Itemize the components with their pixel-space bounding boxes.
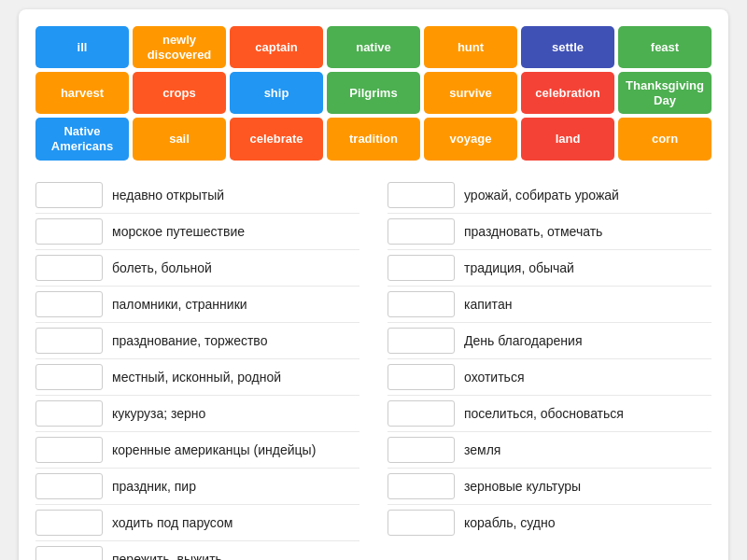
word-bank: illnewly discoveredcaptainnativehuntsett… xyxy=(35,26,712,161)
matching-section: недавно открытыйморское путешествиеболет… xyxy=(35,177,712,560)
left-match-text-5: местный, исконный, родной xyxy=(112,370,281,385)
left-column: недавно открытыйморское путешествиеболет… xyxy=(35,177,359,560)
right-match-text-9: корабль, судно xyxy=(464,515,556,530)
right-match-text-7: земля xyxy=(464,442,500,457)
left-match-row: праздник, пир xyxy=(35,469,359,505)
main-card: illnewly discoveredcaptainnativehuntsett… xyxy=(19,9,728,560)
word-chip-16[interactable]: celebrate xyxy=(230,118,323,160)
left-match-text-4: празднование, торжество xyxy=(112,333,267,348)
left-answer-box-5[interactable] xyxy=(35,364,103,390)
right-column: урожай, собирать урожайпраздновать, отме… xyxy=(388,177,712,560)
left-match-row: болеть, больной xyxy=(35,250,359,287)
right-answer-box-2[interactable] xyxy=(388,255,455,281)
word-chip-3[interactable]: native xyxy=(327,26,420,68)
left-match-text-7: коренные американцы (индейцы) xyxy=(112,442,316,457)
right-match-row: охотиться xyxy=(388,359,712,396)
left-match-text-3: паломники, странники xyxy=(112,297,247,312)
word-chip-1[interactable]: newly discovered xyxy=(133,26,226,68)
left-answer-box-0[interactable] xyxy=(35,182,103,208)
word-chip-20[interactable]: corn xyxy=(618,118,712,160)
right-match-row: зерновые культуры xyxy=(388,469,712,505)
word-chip-6[interactable]: feast xyxy=(618,26,712,68)
word-chip-18[interactable]: voyage xyxy=(424,118,517,160)
left-match-row: пережить, выжить xyxy=(35,541,359,560)
left-match-row: местный, исконный, родной xyxy=(35,359,359,396)
left-match-text-0: недавно открытый xyxy=(112,188,224,203)
left-match-row: коренные американцы (индейцы) xyxy=(35,432,359,469)
left-answer-box-4[interactable] xyxy=(35,328,103,354)
left-answer-box-7[interactable] xyxy=(35,437,103,463)
word-chip-17[interactable]: tradition xyxy=(327,118,420,160)
right-answer-box-3[interactable] xyxy=(388,291,455,317)
word-chip-13[interactable]: Thanksgiving Day xyxy=(618,72,712,114)
left-answer-box-9[interactable] xyxy=(35,510,103,536)
left-match-text-9: ходить под парусом xyxy=(112,515,233,530)
right-match-text-1: праздновать, отмечать xyxy=(464,224,602,239)
word-chip-2[interactable]: captain xyxy=(230,26,323,68)
word-chip-11[interactable]: survive xyxy=(424,72,517,114)
word-chip-9[interactable]: ship xyxy=(230,72,323,114)
left-answer-box-8[interactable] xyxy=(35,473,103,499)
right-match-row: традиция, обычай xyxy=(388,250,712,287)
left-match-row: паломники, странники xyxy=(35,287,359,323)
left-match-text-6: кукуруза; зерно xyxy=(112,406,205,421)
right-match-text-3: капитан xyxy=(464,297,512,312)
right-answer-box-6[interactable] xyxy=(388,400,455,427)
right-match-row: капитан xyxy=(388,287,712,323)
right-match-row: поселиться, обосноваться xyxy=(388,396,712,432)
left-answer-box-1[interactable] xyxy=(35,218,103,245)
right-answer-box-0[interactable] xyxy=(388,182,455,208)
word-chip-19[interactable]: land xyxy=(521,118,614,160)
right-answer-box-8[interactable] xyxy=(388,473,455,499)
word-chip-5[interactable]: settle xyxy=(521,26,614,68)
right-match-text-4: День благодарения xyxy=(464,333,582,348)
word-chip-4[interactable]: hunt xyxy=(424,26,517,68)
left-answer-box-2[interactable] xyxy=(35,255,103,281)
left-match-text-2: болеть, больной xyxy=(112,260,212,275)
left-answer-box-6[interactable] xyxy=(35,400,103,427)
right-answer-box-5[interactable] xyxy=(388,364,455,390)
left-match-row: морское путешествие xyxy=(35,214,359,250)
word-chip-10[interactable]: Pilgrims xyxy=(327,72,420,114)
right-match-text-2: традиция, обычай xyxy=(464,260,574,275)
left-match-text-1: морское путешествие xyxy=(112,224,245,239)
word-chip-0[interactable]: ill xyxy=(35,26,129,68)
word-chip-7[interactable]: harvest xyxy=(35,72,129,114)
right-match-row: праздновать, отмечать xyxy=(388,214,712,250)
right-match-text-6: поселиться, обосноваться xyxy=(464,406,624,421)
left-match-row: кукуруза; зерно xyxy=(35,396,359,432)
right-answer-box-7[interactable] xyxy=(388,437,455,463)
left-answer-box-10[interactable] xyxy=(35,546,103,560)
left-match-text-10: пережить, выжить xyxy=(112,552,222,560)
word-chip-14[interactable]: Native Americans xyxy=(35,118,129,160)
left-match-row: недавно открытый xyxy=(35,177,359,214)
right-match-text-5: охотиться xyxy=(464,370,524,385)
right-answer-box-4[interactable] xyxy=(388,328,455,354)
right-answer-box-9[interactable] xyxy=(388,510,455,536)
left-answer-box-3[interactable] xyxy=(35,291,103,317)
right-match-row: урожай, собирать урожай xyxy=(388,177,712,214)
left-match-row: празднование, торжество xyxy=(35,323,359,359)
right-match-row: День благодарения xyxy=(388,323,712,359)
right-match-row: земля xyxy=(388,432,712,469)
right-match-text-8: зерновые культуры xyxy=(464,479,581,494)
word-chip-12[interactable]: celebration xyxy=(521,72,614,114)
word-chip-8[interactable]: crops xyxy=(133,72,226,114)
left-match-row: ходить под парусом xyxy=(35,505,359,541)
left-match-text-8: праздник, пир xyxy=(112,479,196,494)
right-match-text-0: урожай, собирать урожай xyxy=(464,188,619,203)
right-match-row: корабль, судно xyxy=(388,505,712,540)
word-chip-15[interactable]: sail xyxy=(133,118,226,160)
right-answer-box-1[interactable] xyxy=(388,218,455,245)
